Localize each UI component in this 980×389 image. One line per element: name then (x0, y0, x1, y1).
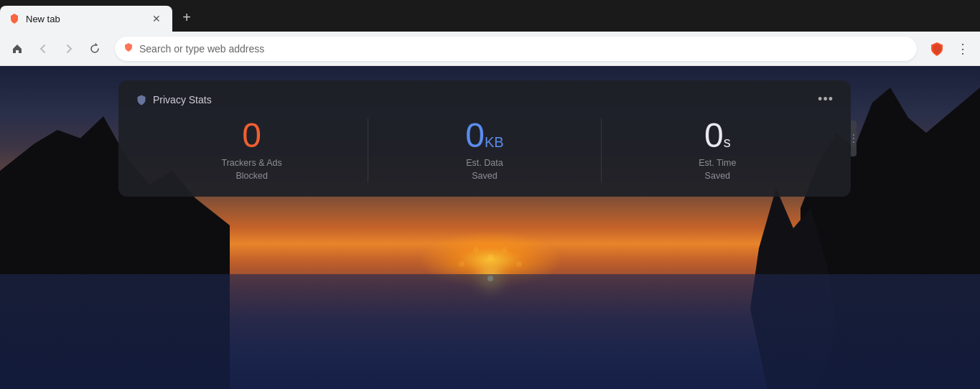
data-saved-number: 0 (465, 116, 485, 154)
browser-content: Privacy Stats ••• 0 Trackers & Ads Block… (0, 66, 980, 389)
reload-icon (89, 43, 101, 55)
back-button[interactable] (32, 37, 55, 60)
reload-button[interactable] (83, 37, 106, 60)
trackers-stat: 0 Trackers & Ads Blocked (136, 118, 368, 182)
panel-menu-button[interactable]: ••• (818, 92, 834, 107)
brave-shield-icon (929, 41, 945, 57)
forward-icon (63, 43, 75, 55)
title-bar: New tab ✕ + (0, 0, 980, 32)
browser-menu-button[interactable]: ⋮ (951, 37, 974, 60)
privacy-stats-panel: Privacy Stats ••• 0 Trackers & Ads Block… (118, 80, 851, 197)
time-saved-number: 0 (704, 116, 724, 154)
panel-header: Privacy Stats ••• (136, 92, 834, 107)
active-tab[interactable]: New tab ✕ (0, 6, 172, 32)
privacy-shield-icon (136, 94, 147, 106)
tab-favicon (9, 13, 20, 24)
address-bar[interactable]: Search or type web address (115, 37, 917, 61)
handle-dot-3 (853, 141, 854, 143)
data-saved-stat: 0KB Est. Data Saved (368, 118, 600, 182)
data-saved-unit: KB (485, 134, 504, 150)
trackers-number: 0 (242, 116, 261, 154)
trackers-label-line1: Trackers & Ads (222, 158, 282, 168)
forward-button[interactable] (57, 37, 80, 60)
address-text: Search or type web address (139, 43, 908, 55)
time-label-line2: Saved (705, 171, 730, 181)
stats-row: 0 Trackers & Ads Blocked 0KB Est. Data S… (136, 118, 834, 182)
trackers-label-line2: Blocked (235, 171, 267, 181)
data-label-line2: Saved (472, 171, 497, 181)
new-tab-button[interactable]: + (175, 6, 198, 29)
brave-shield-button[interactable] (925, 37, 948, 60)
data-saved-value: 0KB (368, 118, 600, 153)
handle-dot-1 (853, 134, 854, 136)
data-label-line1: Est. Data (466, 158, 503, 168)
tab-label: New tab (26, 14, 144, 24)
time-saved-value: 0s (602, 118, 834, 153)
menu-icon: ⋮ (956, 41, 969, 57)
tab-close-button[interactable]: ✕ (149, 11, 164, 26)
toolbar: Search or type web address ⋮ (0, 32, 980, 66)
home-icon (11, 42, 24, 55)
handle-dot-2 (853, 138, 854, 139)
back-icon (37, 43, 49, 55)
time-saved-label: Est. Time Saved (602, 157, 834, 182)
data-saved-label: Est. Data Saved (368, 157, 600, 182)
time-saved-stat: 0s Est. Time Saved (601, 118, 834, 182)
time-saved-unit: s (724, 134, 731, 150)
trackers-label: Trackers & Ads Blocked (136, 157, 368, 182)
panel-title-group: Privacy Stats (136, 94, 212, 106)
home-button[interactable] (6, 37, 29, 60)
trackers-value: 0 (136, 118, 368, 153)
time-label-line1: Est. Time (699, 158, 736, 168)
panel-title: Privacy Stats (153, 94, 212, 106)
brave-tab-icon (9, 13, 20, 24)
shield-address-icon (123, 42, 134, 52)
tab-strip: New tab ✕ + (0, 0, 198, 32)
panel-resize-handle[interactable] (851, 121, 857, 156)
water (0, 274, 980, 389)
location-icon (123, 42, 134, 55)
